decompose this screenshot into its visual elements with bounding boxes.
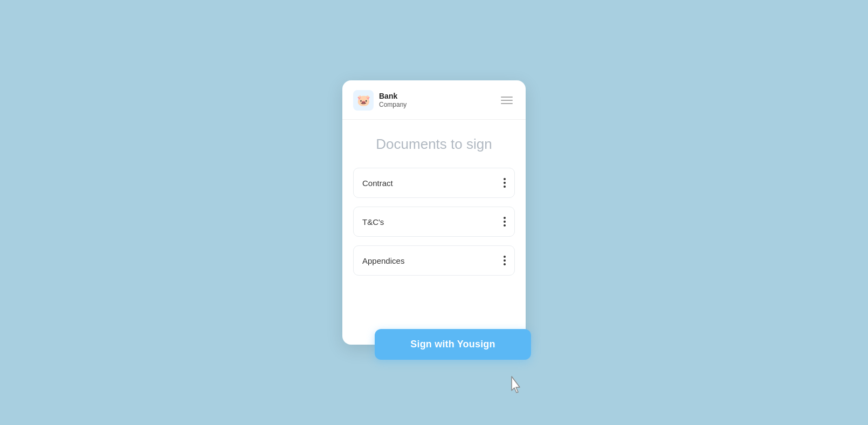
brand-name: Bank Company [379,92,407,108]
card-body: Documents to sign Contract T&C's [342,120,526,330]
hamburger-line-1 [501,97,513,98]
piggy-bank-icon: 🐷 [357,94,370,107]
brand-title: Bank [379,92,407,101]
card-header: 🐷 Bank Company [342,80,526,120]
more-options-appendices[interactable] [504,256,506,265]
brand: 🐷 Bank Company [353,90,407,111]
document-name-tandc: T&C's [362,217,384,227]
more-options-tandc[interactable] [504,217,506,227]
page-title: Documents to sign [353,136,515,153]
brand-subtitle: Company [379,101,407,108]
cursor-pointer-icon [508,375,526,400]
more-options-contract[interactable] [504,178,506,188]
brand-logo: 🐷 [353,90,374,111]
sign-button-wrapper: Sign with Yousign [375,329,531,360]
main-card: 🐷 Bank Company Documents to sign Contrac… [342,80,526,345]
hamburger-line-3 [501,103,513,104]
sign-with-yousign-button[interactable]: Sign with Yousign [375,329,531,360]
hamburger-line-2 [501,100,513,101]
document-item-tandc[interactable]: T&C's [353,207,515,237]
document-item-contract[interactable]: Contract [353,168,515,198]
document-item-appendices[interactable]: Appendices [353,245,515,276]
document-name-appendices: Appendices [362,256,404,265]
hamburger-menu-button[interactable] [499,94,515,106]
document-list: Contract T&C's Appendices [353,168,515,276]
document-name-contract: Contract [362,179,393,188]
